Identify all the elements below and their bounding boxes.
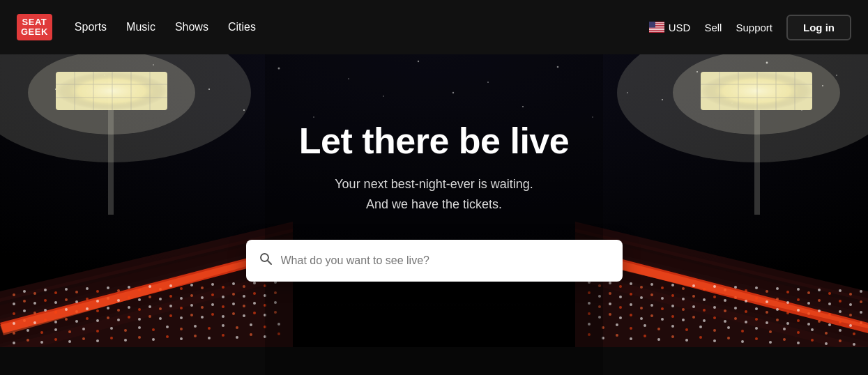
sell-link[interactable]: Sell [704, 22, 722, 33]
currency-selector[interactable]: USD [649, 22, 691, 33]
svg-rect-11 [649, 31, 664, 32]
svg-rect-9 [649, 29, 664, 30]
currency-label: USD [669, 22, 691, 33]
logo-box: SEAT GEEK [17, 14, 52, 41]
svg-rect-10 [649, 30, 664, 31]
nav-links: Sports Music Shows Cities [75, 21, 649, 33]
flag-icon [649, 22, 664, 33]
svg-rect-12 [649, 32, 664, 33]
hero-subtitle: Your next best-night-ever is waiting. An… [335, 174, 533, 215]
support-link[interactable]: Support [736, 22, 772, 33]
nav-sports[interactable]: Sports [75, 21, 107, 33]
login-button[interactable]: Log in [786, 15, 851, 40]
nav-music[interactable]: Music [126, 21, 155, 33]
svg-rect-13 [649, 22, 655, 28]
search-input[interactable] [281, 254, 610, 267]
nav-right: USD Sell Support Log in [649, 15, 851, 40]
nav-cities[interactable]: Cities [228, 21, 256, 33]
navbar: SEAT GEEK Sports Music Shows Cities [0, 0, 868, 54]
svg-line-376 [268, 261, 271, 264]
nav-shows[interactable]: Shows [175, 21, 208, 33]
hero-content: Let there be live Your next best-night-e… [0, 54, 868, 375]
svg-rect-8 [649, 29, 664, 29]
svg-rect-7 [649, 28, 664, 29]
hero-title: Let there be live [299, 120, 569, 162]
search-icon [259, 252, 273, 269]
logo[interactable]: SEAT GEEK [17, 14, 52, 41]
search-bar [246, 240, 623, 282]
hero-section: Let there be live Your next best-night-e… [0, 0, 868, 375]
